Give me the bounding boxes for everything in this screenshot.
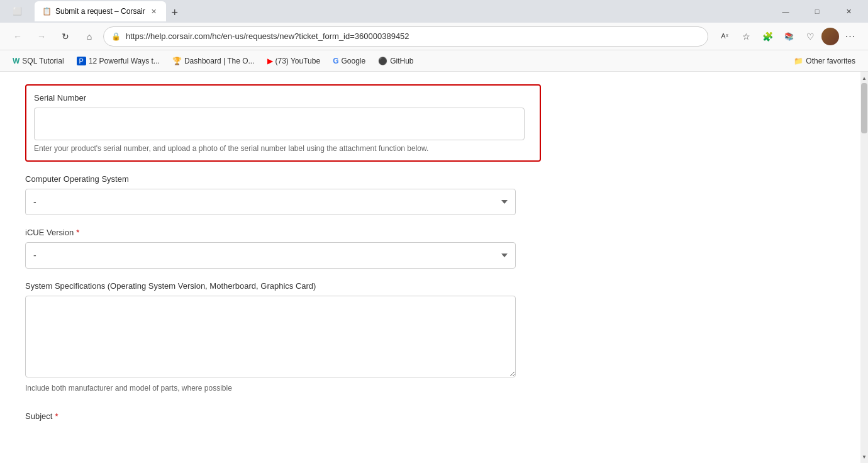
page-area: Serial Number Enter your product's seria… bbox=[0, 72, 860, 463]
subject-section: Subject * bbox=[25, 405, 541, 421]
refresh-icon: ↻ bbox=[62, 31, 69, 42]
folder-icon: 📁 bbox=[794, 57, 803, 65]
maximize-button[interactable]: □ bbox=[803, 0, 832, 23]
window-controls: — □ ✕ bbox=[771, 0, 863, 23]
tab-title: Submit a request – Corsair bbox=[55, 7, 145, 16]
github-icon: ⚫ bbox=[378, 57, 387, 65]
computer-os-select[interactable]: - Windows 11 Windows 10 Windows 8 Window… bbox=[25, 189, 516, 215]
tabs: 📋 Submit a request – Corsair ✕ + bbox=[35, 1, 184, 21]
icue-required-star: * bbox=[76, 228, 79, 237]
scrollbar: ▲ ▼ bbox=[860, 72, 868, 463]
home-icon: ⌂ bbox=[87, 31, 92, 42]
tab-sidebar-btn[interactable]: ⬜ bbox=[5, 3, 30, 20]
system-specs-textarea[interactable] bbox=[25, 296, 516, 377]
lock-icon: 🔒 bbox=[111, 32, 121, 41]
url-bar[interactable]: 🔒 https://help.corsair.com/hc/en-us/requ… bbox=[103, 26, 708, 47]
icue-version-select[interactable]: - 4.x 3.x 2.x 1.x bbox=[25, 242, 516, 269]
collections-icon: 📚 bbox=[784, 32, 794, 41]
tab-favicon: 📋 bbox=[42, 7, 52, 16]
read-aloud-button[interactable]: Aᵡ bbox=[715, 26, 735, 47]
bookmark-label: Dashboard | The O... bbox=[184, 57, 255, 65]
bookmark-github[interactable]: ⚫ GitHub bbox=[373, 54, 418, 68]
sql-tutorial-icon: W bbox=[13, 57, 19, 65]
tab-area: ⬜ 📋 Submit a request – Corsair ✕ + bbox=[5, 1, 184, 21]
bookmark-label: SQL Tutorial bbox=[22, 57, 64, 65]
heart-icon: ♡ bbox=[806, 31, 815, 42]
bookmark-label: (73) YouTube bbox=[275, 57, 321, 65]
avatar[interactable] bbox=[821, 28, 839, 45]
other-favorites-button[interactable]: 📁 Other favorites bbox=[789, 54, 860, 68]
more-button[interactable]: ··· bbox=[840, 26, 860, 47]
close-button[interactable]: ✕ bbox=[834, 0, 863, 23]
new-tab-button[interactable]: + bbox=[166, 4, 184, 21]
serial-number-hint: Enter your product's serial number, and … bbox=[34, 144, 532, 153]
forward-button[interactable]: → bbox=[31, 26, 52, 47]
bookmark-sql-tutorial[interactable]: W SQL Tutorial bbox=[8, 54, 69, 68]
bookmark-youtube[interactable]: ▶ (73) YouTube bbox=[262, 54, 326, 68]
form-section: Serial Number Enter your product's seria… bbox=[25, 84, 541, 421]
heart-button[interactable]: ♡ bbox=[800, 26, 820, 47]
active-tab[interactable]: 📋 Submit a request – Corsair ✕ bbox=[35, 1, 166, 21]
extensions-button[interactable]: 🧩 bbox=[757, 26, 777, 47]
scroll-up-button[interactable]: ▲ bbox=[860, 73, 868, 83]
12-powerful-icon: P bbox=[77, 57, 86, 65]
other-favorites-label: Other favorites bbox=[806, 57, 855, 65]
bookmarks-bar: W SQL Tutorial P 12 Powerful Ways t... 🏆… bbox=[0, 50, 868, 72]
icue-version-section: iCUE Version * - 4.x 3.x 2.x 1.x bbox=[25, 228, 541, 269]
toolbar-icons: Aᵡ ☆ 🧩 📚 ♡ ··· bbox=[715, 26, 860, 47]
subject-required-star: * bbox=[55, 411, 58, 421]
extensions-icon: 🧩 bbox=[762, 31, 773, 42]
serial-number-label: Serial Number bbox=[34, 93, 532, 103]
bookmark-12-powerful-ways[interactable]: P 12 Powerful Ways t... bbox=[72, 54, 165, 68]
scroll-track bbox=[860, 83, 868, 452]
dashboard-icon: 🏆 bbox=[172, 57, 182, 65]
minimize-button[interactable]: — bbox=[771, 0, 800, 23]
subject-label: Subject * bbox=[25, 411, 541, 421]
system-specs-section: System Specifications (Operating System … bbox=[25, 281, 541, 393]
bookmark-label: 12 Powerful Ways t... bbox=[89, 57, 160, 65]
read-aloud-icon: Aᵡ bbox=[721, 32, 728, 40]
bookmark-dashboard[interactable]: 🏆 Dashboard | The O... bbox=[167, 54, 260, 68]
bookmark-label: Google bbox=[341, 57, 365, 65]
google-icon: G bbox=[333, 57, 338, 65]
tab-close-button[interactable]: ✕ bbox=[149, 6, 159, 17]
back-icon: ← bbox=[13, 31, 22, 42]
youtube-icon: ▶ bbox=[267, 57, 273, 65]
collections-button[interactable]: 📚 bbox=[779, 26, 799, 47]
url-text: https://help.corsair.com/hc/en-us/reques… bbox=[126, 31, 700, 41]
bookmark-google[interactable]: G Google bbox=[328, 54, 370, 68]
scroll-thumb[interactable] bbox=[861, 83, 867, 133]
favorites-button[interactable]: ☆ bbox=[736, 26, 756, 47]
computer-os-section: Computer Operating System - Windows 11 W… bbox=[25, 174, 541, 215]
back-button[interactable]: ← bbox=[8, 26, 28, 47]
favorites-icon: ☆ bbox=[742, 31, 750, 42]
bookmark-label: GitHub bbox=[390, 57, 413, 65]
browser-content: Serial Number Enter your product's seria… bbox=[0, 72, 868, 463]
system-specs-label: System Specifications (Operating System … bbox=[25, 281, 541, 291]
system-specs-hint: Include both manufacturer and model of p… bbox=[25, 384, 541, 393]
sidebar-icon: ⬜ bbox=[13, 7, 22, 16]
scroll-down-button[interactable]: ▼ bbox=[860, 452, 868, 462]
home-button[interactable]: ⌂ bbox=[79, 26, 99, 47]
title-bar: ⬜ 📋 Submit a request – Corsair ✕ + — □ ✕ bbox=[0, 0, 868, 23]
refresh-button[interactable]: ↻ bbox=[55, 26, 75, 47]
address-bar: ← → ↻ ⌂ 🔒 https://help.corsair.com/hc/en… bbox=[0, 23, 868, 50]
new-tab-icon: + bbox=[171, 6, 178, 20]
computer-os-label: Computer Operating System bbox=[25, 174, 541, 184]
serial-number-section: Serial Number Enter your product's seria… bbox=[25, 84, 541, 162]
more-icon: ··· bbox=[845, 31, 855, 42]
forward-icon: → bbox=[37, 31, 46, 42]
serial-number-input[interactable] bbox=[34, 108, 525, 140]
icue-version-label: iCUE Version * bbox=[25, 228, 541, 237]
